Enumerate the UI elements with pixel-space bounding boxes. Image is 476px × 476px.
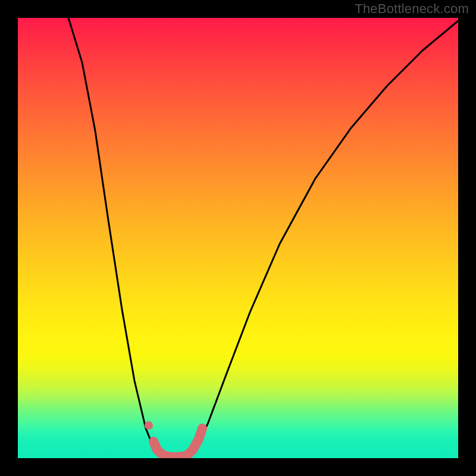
left-branch [68,18,164,458]
marker-layer [145,421,202,457]
bottom-marker-u-band [154,428,202,457]
right-branch [189,21,458,458]
curve-layer [68,18,458,458]
chart-svg [18,18,458,458]
outer-black-frame: TheBottleneck.com [0,0,476,476]
bottom-marker-dot [145,421,153,430]
gradient-plot-area [18,18,458,458]
watermark-label: TheBottleneck.com [355,1,469,17]
